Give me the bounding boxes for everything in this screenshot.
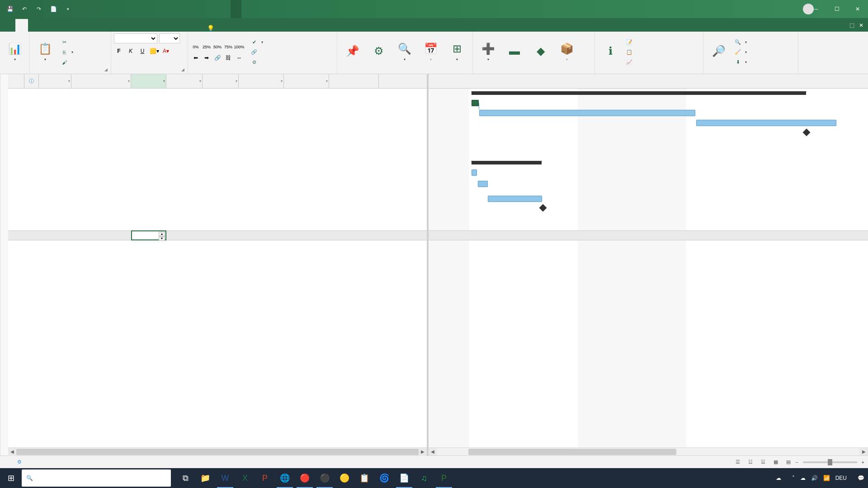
tab-format[interactable] bbox=[104, 19, 117, 32]
split-button[interactable]: ↔ bbox=[234, 53, 244, 63]
add-column-header[interactable] bbox=[329, 74, 379, 88]
scroll-to-task-button[interactable]: 🔎 bbox=[706, 36, 731, 69]
onedrive-icon[interactable]: ☁ bbox=[800, 475, 806, 481]
mode-button[interactable]: ⊞▾ bbox=[444, 36, 470, 69]
details-button[interactable]: 📋 bbox=[624, 48, 637, 57]
qat-customize-icon[interactable]: ▾ bbox=[62, 4, 73, 14]
move-button[interactable]: 📅▾ bbox=[418, 36, 443, 69]
pred-column-header[interactable]: ▾ bbox=[239, 74, 284, 88]
spinner-up-icon[interactable]: ▲ bbox=[159, 232, 165, 236]
grid-scrollbar-thumb[interactable] bbox=[16, 449, 419, 455]
tab-resource[interactable] bbox=[28, 19, 41, 32]
view-team-icon[interactable]: ☱ bbox=[757, 457, 769, 467]
underline-button[interactable]: U bbox=[137, 46, 147, 56]
app2-icon[interactable]: 📋 bbox=[354, 468, 374, 488]
gantt-task-bar[interactable] bbox=[488, 196, 542, 202]
doc-icon[interactable]: 📄 bbox=[48, 4, 59, 14]
view-sheet-icon[interactable]: ▦ bbox=[770, 457, 782, 467]
end-column-header[interactable]: ▾ bbox=[203, 74, 239, 88]
bold-button[interactable]: F bbox=[114, 46, 124, 56]
chevron-down-icon[interactable]: ▾ bbox=[199, 79, 201, 83]
window-close-pane-icon[interactable]: ✕ bbox=[859, 22, 863, 28]
zoom-out-icon[interactable]: − bbox=[795, 460, 798, 465]
zoom-in-icon[interactable]: + bbox=[862, 460, 864, 465]
edge-icon[interactable]: 🌐 bbox=[275, 468, 295, 488]
tab-help[interactable] bbox=[79, 19, 91, 32]
find-button[interactable]: 🔍▾ bbox=[732, 38, 749, 47]
gantt-task-bar[interactable] bbox=[478, 181, 488, 187]
information-button[interactable]: ℹ bbox=[598, 36, 623, 69]
save-icon[interactable]: 💾 bbox=[5, 4, 15, 14]
gantt-task-bar[interactable] bbox=[479, 110, 695, 116]
spotify-icon[interactable]: ♫ bbox=[414, 468, 434, 488]
msproject-icon[interactable]: P bbox=[434, 468, 454, 488]
chevron-down-icon[interactable]: ▾ bbox=[281, 79, 283, 83]
view-side-label[interactable] bbox=[0, 74, 8, 455]
gantt-milestone[interactable] bbox=[803, 129, 811, 136]
chevron-down-icon[interactable]: ▾ bbox=[128, 79, 130, 83]
insert-summary-button[interactable]: ▬ bbox=[502, 36, 527, 69]
wifi-icon[interactable]: 📶 bbox=[823, 475, 830, 481]
tab-task[interactable] bbox=[15, 19, 28, 32]
start-column-header[interactable]: ▾ bbox=[166, 74, 203, 88]
tab-view[interactable] bbox=[66, 19, 79, 32]
gantt-hscroll-left-icon[interactable]: ◀ bbox=[429, 448, 437, 456]
obs-icon[interactable]: ⚫ bbox=[315, 468, 335, 488]
font-color-button[interactable]: A▾ bbox=[161, 46, 171, 56]
gantt-summary-bar[interactable] bbox=[472, 161, 542, 164]
hscroll-right-icon[interactable]: ▶ bbox=[419, 448, 427, 456]
insert-deliverable-button[interactable]: 📦▾ bbox=[554, 36, 580, 69]
unlink-button[interactable]: ⛓ bbox=[223, 53, 233, 63]
copy-button[interactable]: ⎘▾ bbox=[59, 48, 75, 57]
weather-widget[interactable]: ☁ bbox=[776, 475, 787, 481]
font-launcher-icon[interactable]: ◢ bbox=[181, 67, 187, 73]
pct75-button[interactable]: 75% bbox=[223, 42, 233, 52]
fill-button[interactable]: ⬇▾ bbox=[732, 58, 749, 67]
gantt-task-bar[interactable] bbox=[472, 169, 477, 176]
mark-ontrack-button[interactable]: ✔▾ bbox=[249, 38, 265, 47]
tell-me-input[interactable] bbox=[217, 25, 307, 32]
spinner-down-icon[interactable]: ▼ bbox=[159, 236, 165, 241]
chevron-down-icon[interactable]: ▾ bbox=[68, 79, 70, 83]
fill-color-button[interactable]: 🟨▾ bbox=[149, 46, 159, 56]
explorer-icon[interactable]: 📁 bbox=[195, 468, 215, 488]
redo-icon[interactable]: ↷ bbox=[33, 4, 44, 14]
insert-milestone-button[interactable]: ◆ bbox=[528, 36, 553, 69]
task-view-icon[interactable]: ⧉ bbox=[175, 468, 195, 488]
font-name-select[interactable] bbox=[114, 33, 157, 43]
outdent-button[interactable]: ⬅ bbox=[191, 53, 201, 63]
language-indicator[interactable]: DEU bbox=[835, 475, 847, 481]
tray-chevron-icon[interactable]: ˄ bbox=[792, 475, 795, 481]
res-column-header[interactable]: ▾ bbox=[284, 74, 329, 88]
selected-cell[interactable]: ▲ ▼ bbox=[131, 230, 166, 240]
tab-team[interactable] bbox=[91, 19, 104, 32]
powerpoint-icon[interactable]: P bbox=[255, 468, 275, 488]
chrome-icon[interactable]: 🔴 bbox=[295, 468, 315, 488]
tab-report[interactable] bbox=[41, 19, 53, 32]
close-button[interactable]: ✕ bbox=[847, 0, 868, 18]
zoom-slider[interactable] bbox=[803, 461, 857, 463]
link-button[interactable]: 🔗 bbox=[212, 53, 222, 63]
cut-button[interactable]: ✂ bbox=[59, 38, 75, 47]
app-icon[interactable]: 🟡 bbox=[335, 468, 354, 488]
maximize-button[interactable]: ☐ bbox=[826, 0, 847, 18]
gantt-task-bar[interactable] bbox=[472, 100, 479, 106]
ribbon-display-icon[interactable]: ⬚ bbox=[849, 22, 854, 28]
excel-icon[interactable]: X bbox=[235, 468, 255, 488]
view-report-icon[interactable]: ▤ bbox=[783, 457, 794, 467]
chevron-down-icon[interactable]: ▾ bbox=[236, 79, 237, 83]
tab-project[interactable] bbox=[53, 19, 66, 32]
volume-icon[interactable]: 🔊 bbox=[811, 475, 818, 481]
font-size-select[interactable] bbox=[159, 33, 180, 43]
minimize-button[interactable]: ─ bbox=[806, 0, 826, 18]
tab-file[interactable] bbox=[3, 19, 15, 32]
pct100-button[interactable]: 100% bbox=[234, 42, 244, 52]
auto-schedule-button[interactable]: ⚙ bbox=[366, 36, 392, 69]
manual-schedule-button[interactable]: 📌 bbox=[340, 36, 365, 69]
gantt-milestone[interactable] bbox=[539, 204, 547, 212]
taskbar-search-input[interactable] bbox=[37, 475, 166, 482]
gantt-hscroll-right-icon[interactable]: ▶ bbox=[860, 448, 868, 456]
respect-links-button[interactable]: 🔗 bbox=[249, 48, 265, 57]
undo-icon[interactable]: ↶ bbox=[19, 4, 30, 14]
inspect-button[interactable]: 🔍▾ bbox=[392, 36, 418, 69]
